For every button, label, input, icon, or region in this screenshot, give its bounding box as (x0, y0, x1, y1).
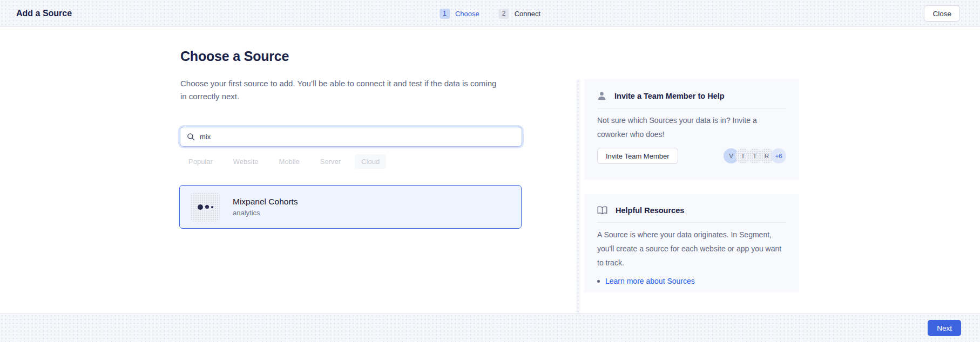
invite-card-header: Invite a Team Member to Help (597, 91, 786, 100)
tab-mobile[interactable]: Mobile (273, 154, 306, 169)
step-1-label: Choose (455, 10, 479, 18)
avatar-overflow-badge: +6 (771, 148, 786, 163)
search-icon (187, 133, 195, 141)
resources-card-body: A Source is where your data originates. … (597, 228, 786, 270)
next-button[interactable]: Next (928, 320, 961, 336)
resources-card: Helpful Resources A Source is where your… (584, 194, 799, 292)
source-result-text: Mixpanel Cohorts analytics (233, 197, 298, 217)
invite-card-actions: Invite Team Member V T T R +6 (597, 148, 786, 164)
resources-card-divider (597, 222, 786, 223)
bottom-bar: Next (0, 313, 980, 342)
step-2-label: Connect (515, 10, 540, 18)
add-source-modal: Add a Source 1 Choose 2 Connect Close Ch… (0, 0, 980, 342)
close-button[interactable]: Close (924, 5, 960, 22)
search-input[interactable] (200, 133, 515, 141)
step-indicator: 1 Choose 2 Connect (440, 0, 540, 27)
resources-link-list: Learn more about Sources (597, 277, 786, 285)
source-search[interactable] (180, 127, 522, 147)
invite-team-member-button[interactable]: Invite Team Member (597, 148, 678, 164)
invite-card: Invite a Team Member to Help Not sure wh… (584, 79, 799, 180)
category-tabs: Popular Website Mobile Server Cloud (182, 154, 386, 169)
top-bar: Add a Source 1 Choose 2 Connect Close (0, 0, 980, 27)
step-2-number: 2 (499, 9, 509, 19)
list-item: Learn more about Sources (597, 277, 786, 285)
team-avatar-stack: V T T R +6 (724, 148, 786, 163)
resources-card-header: Helpful Resources (597, 206, 786, 215)
page-description: Choose your first source to add. You’ll … (180, 77, 504, 103)
tab-website[interactable]: Website (227, 154, 265, 169)
tab-cloud[interactable]: Cloud (355, 154, 386, 169)
page-title: Add a Source (16, 9, 72, 18)
person-icon (597, 91, 606, 100)
tab-server[interactable]: Server (314, 154, 347, 169)
mixpanel-dots-icon (191, 193, 220, 222)
open-book-icon (597, 206, 607, 215)
source-result-mixpanel-cohorts[interactable]: Mixpanel Cohorts analytics (179, 185, 522, 229)
page-heading: Choose a Source (180, 49, 289, 64)
invite-card-title: Invite a Team Member to Help (614, 92, 725, 100)
step-1-number: 1 (440, 9, 450, 19)
dotted-divider (576, 79, 580, 313)
source-name: Mixpanel Cohorts (233, 197, 298, 207)
bullet-icon (597, 280, 600, 283)
tab-popular[interactable]: Popular (182, 154, 219, 169)
source-category: analytics (233, 209, 298, 217)
resources-card-title: Helpful Resources (616, 206, 684, 215)
invite-card-divider (597, 108, 786, 108)
invite-card-body: Not sure which Sources your data is in? … (597, 113, 786, 141)
learn-more-sources-link[interactable]: Learn more about Sources (605, 277, 695, 285)
